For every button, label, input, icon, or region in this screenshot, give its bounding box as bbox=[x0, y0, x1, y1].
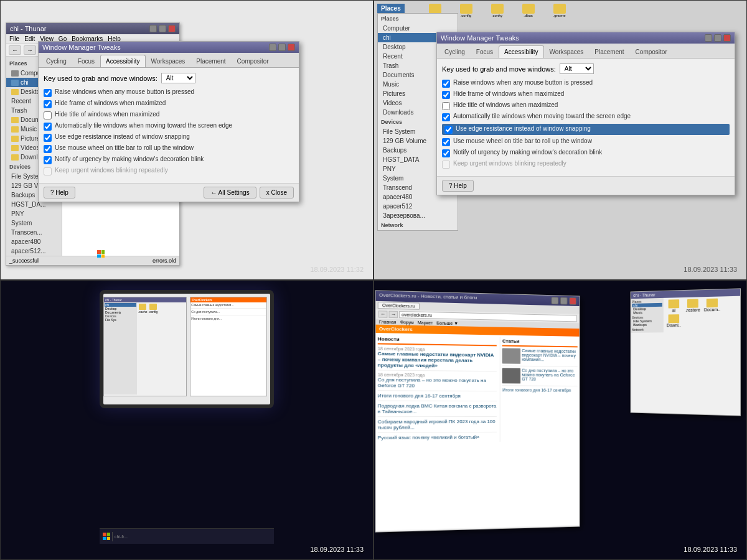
cb-edge-input-q1[interactable] bbox=[44, 134, 52, 142]
news-title3-q4: Итоги гонового дня 16-17 сентября bbox=[378, 393, 497, 399]
q2-apacer512[interactable]: apacer512 bbox=[378, 202, 458, 211]
browser-controls-q4[interactable] bbox=[552, 297, 576, 305]
cb-notify-input-q1[interactable] bbox=[44, 156, 52, 164]
sidebar-pny[interactable]: PNY bbox=[6, 209, 62, 218]
key-label-q2: Key used to grab and move windows: bbox=[442, 65, 556, 73]
cb-wheel-input-q1[interactable] bbox=[44, 145, 52, 153]
menu-file[interactable]: File bbox=[9, 35, 19, 42]
inner-folder-icon1-q3 bbox=[139, 304, 146, 310]
fm-window-q4: chi - Thunar Places chi Desktop Music De… bbox=[631, 288, 741, 416]
tweaks-footer-q1: ? Help ← All Settings x Close bbox=[39, 183, 299, 202]
cb-tile-input-q2[interactable] bbox=[442, 113, 450, 121]
inner-fm-q3: chi - Thunar chi Desktop Documents Devic… bbox=[103, 297, 187, 396]
nav-forum-q4[interactable]: Форум bbox=[400, 320, 414, 325]
news-item1-q4: 18 сентября 2023 года Самые главные недо… bbox=[378, 344, 497, 371]
tab-focus-q2[interactable]: Focus bbox=[471, 45, 499, 58]
close-btn-q1[interactable]: x Close bbox=[260, 187, 294, 198]
chi-icon bbox=[11, 80, 19, 86]
tab-compositor-q2[interactable]: Compositor bbox=[630, 45, 673, 58]
win-maximize-btn[interactable] bbox=[159, 25, 166, 32]
nav-home-q4[interactable]: Главная bbox=[379, 320, 397, 325]
cb-frame-q1: Hide frame of windows when maximized bbox=[44, 100, 294, 108]
monitor-container-q3: chi - Thunar chi Desktop Documents Devic… bbox=[100, 290, 274, 427]
win-close-btn[interactable] bbox=[168, 25, 176, 32]
status-right: errors.old bbox=[153, 258, 176, 264]
active-tab-q4[interactable]: OverClockers.ru bbox=[378, 302, 420, 310]
tab-compositor-q1[interactable]: Compositor bbox=[232, 55, 275, 67]
cb-wheel-input-q2[interactable] bbox=[442, 138, 450, 146]
cb-wheel-q2: Use mouse wheel on title bar to roll up … bbox=[442, 138, 730, 146]
tab-placement-q1[interactable]: Placement bbox=[190, 55, 231, 67]
forward-btn[interactable]: → bbox=[24, 45, 36, 55]
key-select-q1[interactable]: Alt Super bbox=[161, 73, 195, 83]
fwd-btn-q4[interactable]: → bbox=[388, 311, 398, 319]
left-col-q4: Новости 18 сентября 2023 года Самые глав… bbox=[378, 335, 497, 442]
tab-focus-q1[interactable]: Focus bbox=[72, 55, 100, 67]
sidebar-apacer480[interactable]: apacer480 bbox=[6, 237, 62, 246]
taskbar-divider-q3 bbox=[112, 532, 113, 541]
computer-icon bbox=[11, 70, 19, 77]
tweaks-close-q2[interactable] bbox=[723, 34, 731, 42]
tweaks-close-q1[interactable] bbox=[288, 44, 295, 51]
key-select-q2[interactable]: Alt Super bbox=[560, 63, 594, 74]
browser-min-q4[interactable] bbox=[552, 297, 559, 304]
tweaks-max-q1[interactable] bbox=[278, 44, 286, 51]
cb-frame-input-q1[interactable] bbox=[44, 100, 52, 108]
site-content-q4: OverClockers Новости 18 сентября 2023 го… bbox=[376, 325, 580, 531]
folder-gnome-icon bbox=[553, 4, 566, 14]
browser-close-q4[interactable] bbox=[569, 297, 576, 305]
inner-folder2-q3: .config bbox=[149, 304, 158, 393]
sidebar-apacer512[interactable]: apacer512... bbox=[6, 246, 62, 256]
timestamp-q1: 18.09.2023 11:32 bbox=[310, 266, 364, 273]
nav-more-q4[interactable]: Больше ▼ bbox=[436, 321, 458, 326]
tab-placement-q2[interactable]: Placement bbox=[589, 45, 629, 58]
back-btn-q4[interactable]: ← bbox=[378, 310, 388, 318]
inner-fm-body-q3: chi Desktop Documents Devices File Sys .… bbox=[104, 302, 186, 394]
tab-workspaces-q2[interactable]: Workspaces bbox=[544, 45, 590, 58]
cb-title-input-q1[interactable] bbox=[44, 111, 52, 119]
cb-raise-input-q2[interactable] bbox=[442, 80, 450, 88]
sidebar-transcend[interactable]: Transcen... bbox=[6, 228, 62, 237]
q2-reserved[interactable]: Зарезервова... bbox=[378, 211, 458, 220]
tweaks-min-q2[interactable] bbox=[705, 34, 712, 42]
fm-statusbar: _successful errors.old bbox=[6, 256, 179, 265]
browser-max-q4[interactable] bbox=[560, 297, 567, 305]
cb-edge-input-q2[interactable] bbox=[444, 126, 453, 134]
folder-al-q4: al bbox=[665, 299, 682, 312]
timestamp-q3: 18.09.2023 11:33 bbox=[310, 546, 364, 553]
tweaks-min-q1[interactable] bbox=[269, 44, 276, 51]
tab-cycling-q2[interactable]: Cycling bbox=[439, 45, 471, 58]
cb-notify-input-q2[interactable] bbox=[442, 149, 450, 157]
folder-dbus-icon bbox=[522, 4, 535, 14]
tab-workspaces-q1[interactable]: Workspaces bbox=[146, 55, 191, 67]
tweaks-tabs-q1: Cycling Focus Accessibility Workspaces P… bbox=[39, 53, 299, 68]
help-btn-q1[interactable]: ? Help bbox=[44, 187, 75, 198]
help-btn-q2[interactable]: ? Help bbox=[442, 180, 474, 192]
back-btn[interactable]: ← bbox=[9, 45, 21, 55]
menu-edit[interactable]: Edit bbox=[24, 35, 35, 42]
dl-icon bbox=[11, 154, 19, 161]
tweaks-titlebar-q1: Window Manager Tweaks bbox=[39, 42, 299, 53]
tab-cycling-q1[interactable]: Cycling bbox=[40, 55, 72, 67]
browser-window-q4: OverClockers.ru - Новости, статьи и блог… bbox=[375, 290, 580, 532]
win-controls[interactable] bbox=[149, 25, 176, 32]
cb-tile-input-q1[interactable] bbox=[44, 123, 52, 131]
tweaks-max-q2[interactable] bbox=[714, 34, 721, 42]
folder-dbus: .dbus bbox=[517, 4, 539, 17]
tab-accessibility-q1[interactable]: Accessibility bbox=[100, 55, 145, 67]
cb-frame-input-q2[interactable] bbox=[442, 91, 450, 99]
tweaks-win-controls-q1[interactable] bbox=[269, 44, 295, 51]
folder-config: .config bbox=[455, 4, 477, 17]
cb-title-input-q2[interactable] bbox=[442, 102, 450, 110]
news-item4-q4: Подводная лодка ВМС Китая вонзила с разв… bbox=[378, 401, 497, 418]
tab-accessibility-q2[interactable]: Accessibility bbox=[499, 45, 543, 58]
nav-market-q4[interactable]: Маркет bbox=[418, 320, 433, 325]
sidebar-system[interactable]: System bbox=[6, 218, 62, 228]
main-grid: chi - Thunar File Edit View Go Bookmarks… bbox=[0, 0, 747, 560]
win-minimize-btn[interactable] bbox=[149, 25, 157, 32]
cb-raise-input-q1[interactable] bbox=[44, 89, 52, 97]
all-settings-btn-q1[interactable]: ← All Settings bbox=[204, 187, 256, 198]
tweaks-controls-q2[interactable] bbox=[705, 34, 731, 42]
inner-folder1-q3: .cache bbox=[138, 304, 148, 393]
news-title6-q4: Русский язык: почему «великий и богатый» bbox=[378, 434, 497, 441]
